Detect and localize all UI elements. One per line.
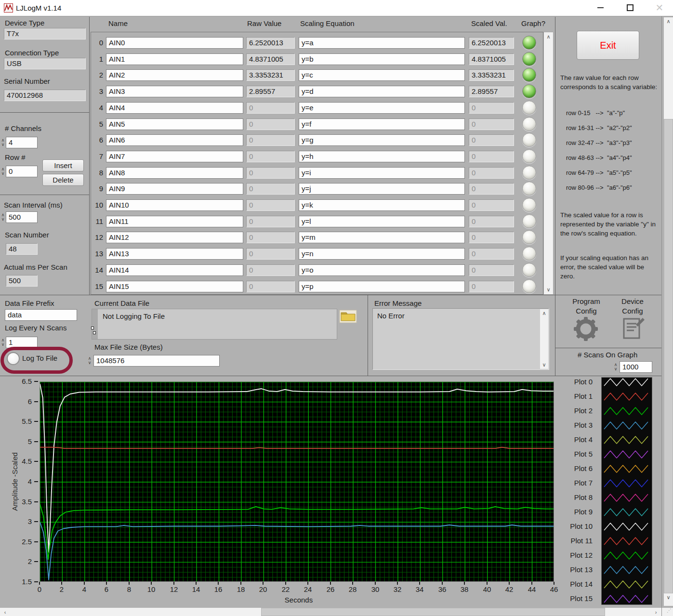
graph-led[interactable] [522,263,536,277]
scaling-equation-input[interactable]: y=g [299,134,465,146]
channel-name-input[interactable]: AIN6 [106,134,243,146]
graph-led[interactable] [522,247,536,261]
spin-down-icon[interactable]: ∨ [614,367,618,371]
scaling-equation-input[interactable]: y=l [299,216,465,227]
device-config-doc-icon[interactable] [622,316,646,340]
channel-name-input[interactable]: AIN4 [106,102,243,114]
spin-down-icon[interactable]: ∨ [1,143,5,147]
minimize-button[interactable] [597,7,604,8]
vscroll-thumb[interactable] [664,119,673,593]
scaling-equation-input[interactable]: y=p [299,281,465,292]
spin-down-icon[interactable]: ∨ [88,361,92,365]
num-channels-input[interactable]: 4 [6,137,38,148]
insert-button[interactable]: Insert [42,159,84,171]
max-file-size-input[interactable]: 1048576 [93,355,220,367]
legend-label: Plot 11 [557,537,593,545]
channel-name-input[interactable]: AIN15 [106,281,243,292]
graph-led[interactable] [522,84,536,98]
log-to-file-toggle[interactable] [7,352,20,365]
row-index: 13 [91,249,103,258]
max-file-size-spinner[interactable]: ∧∨ [87,355,92,367]
channel-name-input[interactable]: AIN13 [106,248,243,260]
channel-name-input[interactable]: AIN5 [106,118,243,130]
scaling-equation-input[interactable]: y=i [299,167,465,179]
channel-name-input[interactable]: AIN14 [106,264,243,276]
y-tick-label: 2.5 [7,537,32,546]
scaling-equation-input[interactable]: y=d [299,86,465,97]
channel-name-input[interactable]: AIN2 [106,69,243,81]
error-scroll-up-icon[interactable]: ∧ [540,309,548,317]
channel-name-input[interactable]: AIN1 [106,53,243,65]
channel-name-input[interactable]: AIN7 [106,151,243,162]
program-config-gear-icon[interactable] [574,317,598,341]
vscroll-down-icon[interactable]: ∨ [664,593,673,602]
graph-led[interactable] [522,166,536,180]
scaling-equation-input[interactable]: y=h [299,151,465,162]
error-scrollbar[interactable] [540,309,548,369]
data-file-prefix-input[interactable]: data [5,309,77,321]
resize-grip[interactable]: ⋰ [662,608,673,616]
maximize-button[interactable] [627,4,633,11]
channel-name-input[interactable]: AIN9 [106,183,243,195]
vscroll-up-icon[interactable]: ∧ [664,17,673,26]
graph-led[interactable] [522,36,536,50]
scans-on-graph-input[interactable]: 1000 [620,361,652,373]
row-map-line: row 32-47 --> "a3"-"p3" [566,139,632,146]
table-scroll-up-icon[interactable]: ∧ [544,32,553,41]
channel-name-input[interactable]: AIN8 [106,167,243,179]
file-box-grip[interactable] [92,309,98,339]
log-every-spinner[interactable]: ∧∨ [0,337,6,348]
scaling-equation-input[interactable]: y=b [299,53,465,65]
graph-led[interactable] [522,279,536,293]
scan-interval-input[interactable]: 500 [6,211,38,223]
graph-led[interactable] [522,52,536,66]
exit-button[interactable]: Exit [577,31,639,60]
plot-legend-box[interactable] [601,377,652,605]
browse-folder-icon[interactable] [339,310,357,323]
spin-down-icon[interactable]: ∨ [1,217,5,222]
scaling-equation-input[interactable]: y=k [299,199,465,211]
error-scroll-down-icon[interactable]: ∨ [540,361,548,369]
scans-on-graph-spinner[interactable]: ∧∨ [613,361,619,373]
scan-interval-spinner[interactable]: ∧∨ [0,211,6,223]
graph-led[interactable] [522,182,536,196]
graph-led[interactable] [522,198,536,212]
waveform-chart[interactable] [40,381,554,582]
hscroll-left-icon[interactable]: ‹ [1,608,9,616]
channel-name-input[interactable]: AIN12 [106,232,243,243]
graph-led[interactable] [522,101,536,115]
graph-led[interactable] [522,214,536,228]
row-number-spinner[interactable]: ∧∨ [0,166,6,177]
channel-name-input[interactable]: AIN10 [106,199,243,211]
y-tick-mark [34,461,38,462]
channel-name-input[interactable]: AIN11 [106,216,243,227]
hscroll-thumb[interactable] [261,608,605,616]
num-channels-spinner[interactable]: ∧∨ [0,137,6,148]
scaling-equation-input[interactable]: y=e [299,102,465,114]
plot-legend-swatches [602,378,652,604]
scaling-equation-input[interactable]: y=o [299,264,465,276]
scaling-equation-input[interactable]: y=m [299,232,465,243]
graph-led[interactable] [522,68,536,82]
row-number-input[interactable]: 0 [6,166,38,177]
scaling-equation-input[interactable]: y=a [299,37,465,49]
close-button[interactable]: ✕ [654,2,665,13]
scaling-equation-input[interactable]: y=c [299,69,465,81]
table-scrollbar[interactable] [543,32,554,295]
scaling-equation-input[interactable]: y=j [299,183,465,195]
graph-led[interactable] [522,117,536,131]
graph-led[interactable] [522,133,536,147]
spin-down-icon[interactable]: ∨ [1,342,5,347]
scaling-equation-input[interactable]: y=f [299,118,465,130]
graph-led[interactable] [522,149,536,163]
spin-down-icon[interactable]: ∨ [1,171,5,176]
raw-value: 0 [246,232,295,243]
channel-name-input[interactable]: AIN0 [106,37,243,49]
delete-button[interactable]: Delete [42,174,84,186]
channel-name-input[interactable]: AIN3 [106,86,243,97]
hscroll-right-icon[interactable]: › [651,608,660,616]
scaling-equation-input[interactable]: y=n [299,248,465,260]
table-scroll-down-icon[interactable]: ∨ [544,285,553,294]
raw-value: 0 [246,167,295,179]
graph-led[interactable] [522,230,536,244]
